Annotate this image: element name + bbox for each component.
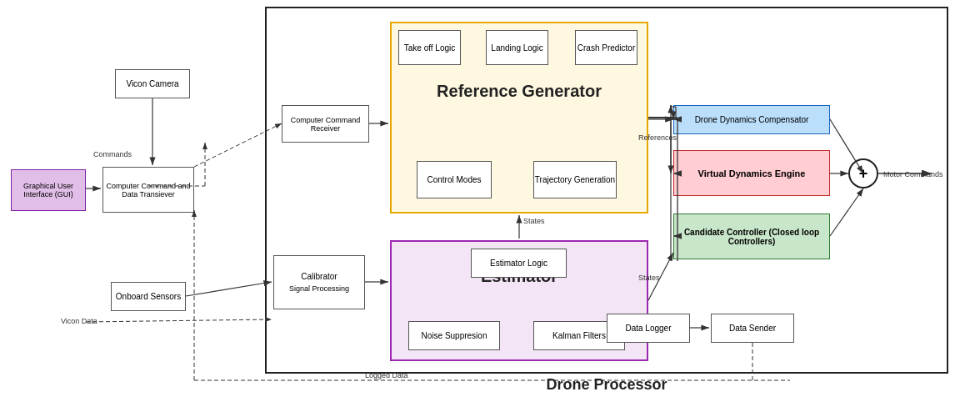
calibrator-label: Calibrator — [301, 272, 337, 281]
gui-box: Graphical User Interface (GUI) — [11, 169, 86, 211]
states1-label: States — [523, 217, 545, 225]
diagram-container: Drone Processor Reference Generator Take… — [7, 7, 972, 407]
processor-label: Drone Processor — [546, 376, 667, 394]
vicon-camera-box: Vicon Camera — [115, 69, 190, 98]
references-label: References — [638, 133, 677, 142]
noise-suppression-box: Noise Suppresion — [408, 321, 500, 350]
reference-generator-box: Reference Generator Take off Logic Landi… — [390, 22, 648, 214]
data-sender-box: Data Sender — [711, 314, 794, 343]
states2-label: States — [638, 274, 660, 282]
control-modes-box: Control Modes — [417, 161, 492, 198]
cmd-data-box: Computer Command and Data Transiever — [102, 167, 194, 213]
vicon-data-label: Vicon Data — [61, 317, 98, 325]
signal-processing-label: Signal Processing — [289, 284, 349, 293]
trajectory-gen-box: Trajectory Generation — [533, 161, 617, 198]
motor-commands-label: Motor Commands — [883, 170, 943, 178]
candidate-controller-box: Candidate Controller (Closed loop Contro… — [673, 214, 830, 259]
commands-label: Commands — [93, 150, 132, 158]
signal-processing-box: Calibrator Signal Processing — [273, 255, 365, 309]
ccr-box: Computer Command Receiver — [282, 105, 369, 143]
data-logger-box: Data Logger — [607, 314, 690, 343]
estimator-box: Estimator Estimator Logic Noise Suppresi… — [390, 240, 648, 361]
logged-data-label: Logged Data — [365, 371, 408, 379]
virtual-dynamics-box: Virtual Dynamics Engine — [673, 150, 830, 196]
landing-logic-box: Landing Logic — [486, 30, 548, 65]
svg-line-6 — [186, 282, 272, 296]
takeoff-logic-box: Take off Logic — [398, 30, 461, 65]
onboard-sensors-box: Onboard Sensors — [111, 282, 186, 311]
svg-line-8 — [86, 319, 272, 322]
drone-dynamics-box: Drone Dynamics Compensator — [673, 105, 830, 134]
crash-predictor-box: Crash Predictor — [575, 30, 638, 65]
estimator-logic-box: Estimator Logic — [471, 249, 567, 278]
sum-circle: + — [848, 158, 878, 188]
ref-gen-label: Reference Generator — [392, 82, 647, 101]
